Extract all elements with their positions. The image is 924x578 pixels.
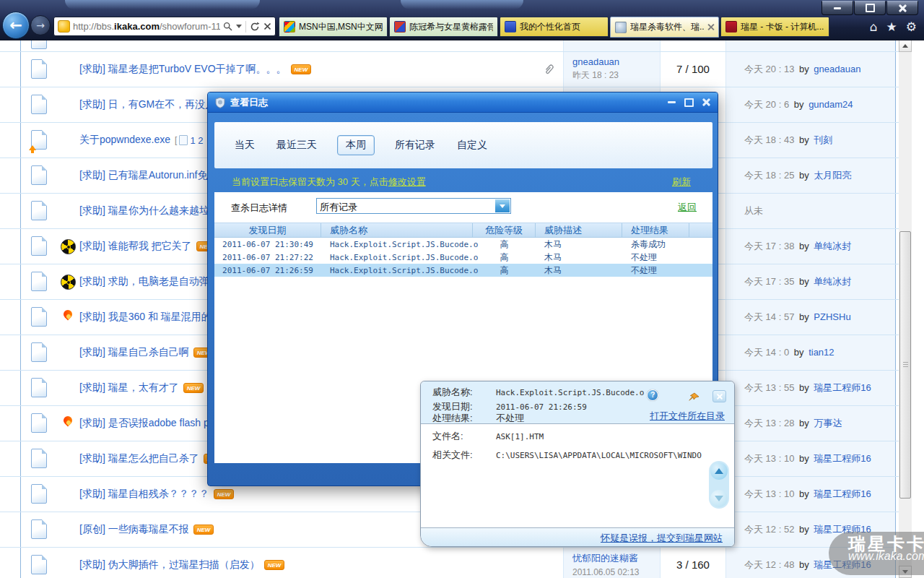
author-link[interactable]: 忧郁阳的迷糊酱 bbox=[572, 552, 660, 565]
thread-title-link[interactable]: [求助] 已有瑞星Autorun.inf免疫 bbox=[79, 169, 217, 182]
thread-title-link[interactable]: [求助] 瑞星你为什么越来越垃圾 bbox=[79, 204, 219, 217]
detail-scroll-up-button[interactable] bbox=[710, 462, 728, 480]
lastpost-user-link[interactable]: gneadauan bbox=[814, 64, 860, 74]
lastpost-user-link[interactable]: PZHSHu bbox=[814, 311, 850, 322]
thread-title-link[interactable]: [求助] 我是360 和 瑞星混用的 bbox=[79, 311, 212, 324]
replies-views bbox=[661, 40, 725, 51]
log-row[interactable]: 2011-06-07 21:27:22Hack.Exploit.Script.J… bbox=[214, 251, 712, 264]
dialog-maximize-icon[interactable] bbox=[684, 98, 694, 107]
detail-scroll-down-button[interactable] bbox=[710, 490, 728, 507]
scrollbar-grip bbox=[903, 362, 908, 368]
table-row: [求助] 伪大脚插件，过瑞星扫描（启发） [ NEW 忧郁阳的迷糊酱 2011.… bbox=[0, 548, 899, 578]
modify-settings-link[interactable]: 修改设置 bbox=[388, 176, 426, 187]
view-log-dialog: 查看日志 当天最近三天本周所有记录自定义 当前设置日志保留天数为 30 天，点击… bbox=[207, 92, 718, 486]
thread-page-icon bbox=[31, 40, 47, 49]
thread-title-link[interactable]: [求助] 瑞星自己杀自己啊 bbox=[79, 346, 189, 359]
window-minimize-button[interactable] bbox=[821, 1, 853, 15]
lastpost-user-link[interactable]: 万事达 bbox=[814, 418, 842, 428]
lastpost-user-link[interactable]: gundam24 bbox=[808, 99, 853, 110]
lastpost-time: 今天 13 : 55 bbox=[744, 382, 794, 393]
lastpost-user-link[interactable]: 瑞星工程师16 bbox=[814, 453, 871, 464]
lastpost-user-link[interactable]: 单纯冰封 bbox=[814, 276, 851, 287]
author-link[interactable]: gneadauan bbox=[572, 56, 660, 67]
thread-page-icon bbox=[31, 555, 47, 574]
lastpost-user-link[interactable]: 瑞星工程师16 bbox=[814, 382, 871, 393]
thread-title-link[interactable]: [求助] 瑞星怎么把自己杀了 bbox=[79, 452, 199, 465]
log-range-tab[interactable]: 所有记录 bbox=[393, 136, 437, 155]
report-false-positive-link[interactable]: 怀疑是误报，提交到瑞星网站 bbox=[601, 532, 723, 543]
log-cell: 木马 bbox=[536, 264, 622, 277]
search-icon[interactable] bbox=[223, 22, 232, 31]
scroll-up-button[interactable] bbox=[899, 40, 912, 52]
thread-page-icon bbox=[31, 342, 47, 362]
lastpost-user-link[interactable]: 太月阳亮 bbox=[814, 170, 851, 181]
thread-title-link[interactable]: [求助] 瑞星，太有才了 bbox=[79, 381, 179, 394]
url-text[interactable]: http://bbs.ikaka.com/showforum-112 bbox=[73, 21, 220, 32]
author-cell: 忧郁阳的迷糊酱 2011.06.05 02:13 bbox=[563, 548, 661, 578]
post-date: 昨天 18 : 23 bbox=[572, 69, 660, 82]
page-scrollbar[interactable] bbox=[899, 40, 912, 578]
related-file-label: 相关文件: bbox=[432, 449, 496, 461]
thread-title-link[interactable]: [求助] 谁能帮我 把它关了 bbox=[79, 240, 192, 253]
pin-icon[interactable] bbox=[688, 392, 702, 404]
thread-title-link[interactable]: [求助] 日，有GM在不，再没人回 bbox=[79, 98, 225, 111]
settings-gear-icon[interactable]: ⚙ bbox=[906, 20, 917, 34]
scrollbar-thumb[interactable] bbox=[899, 231, 911, 499]
thread-page-icon bbox=[31, 236, 47, 256]
down-arrow-icon bbox=[715, 496, 723, 501]
lastpost-user-link[interactable]: 刊刻 bbox=[814, 134, 832, 145]
home-icon[interactable]: ⌂ bbox=[870, 20, 878, 34]
retention-notice: 当前设置日志保留天数为 30 天，点击修改设置 刷新 bbox=[214, 174, 712, 190]
lastpost-user-link[interactable]: 瑞星工程师16 bbox=[814, 488, 871, 499]
open-file-location-link[interactable]: 打开文件所在目录 bbox=[650, 410, 725, 423]
thread-pagination[interactable]: [1 2 bbox=[175, 135, 203, 146]
thread-title-link[interactable]: [求助] 伪大脚插件，过瑞星扫描（启发） bbox=[79, 558, 260, 571]
lastpost-time: 今天 12 : 48 bbox=[744, 559, 794, 570]
browser-tab[interactable]: MSN中国,MSN中文网... bbox=[279, 17, 388, 37]
thread-title-link[interactable]: 关于popwndexe.exe bbox=[79, 134, 170, 147]
browser-tab[interactable]: 瑞星 - 卡饭 - 计算机... bbox=[720, 17, 829, 37]
back-button[interactable]: ← bbox=[2, 12, 30, 39]
record-type-dropdown[interactable]: 所有记录 bbox=[316, 198, 511, 214]
refresh-icon[interactable] bbox=[250, 22, 260, 32]
refresh-link[interactable]: 刷新 bbox=[672, 176, 691, 189]
browser-tab[interactable]: 陈冠希与女星黄榕露骨... bbox=[389, 17, 498, 37]
window-restore-button[interactable] bbox=[854, 1, 886, 15]
lastpost-time: 从未 bbox=[744, 205, 763, 216]
log-range-tab[interactable]: 自定义 bbox=[456, 136, 489, 155]
by-label: by bbox=[799, 524, 809, 535]
log-row[interactable]: 2011-06-07 21:30:49Hack.Exploit.Script.J… bbox=[214, 238, 712, 251]
thread-title-link[interactable]: [求助] 瑞星老是把TurboV EVO干掉了啊。。。 bbox=[79, 63, 287, 76]
lastpost-cell: 从未 bbox=[725, 194, 895, 228]
forward-button[interactable]: → bbox=[30, 15, 51, 35]
browser-tab[interactable]: 我的个性化首页 bbox=[500, 17, 609, 37]
lastpost-user-link[interactable]: tian12 bbox=[808, 347, 834, 358]
thread-title-link[interactable]: [求助] 瑞星自相残杀？？？？ bbox=[79, 488, 209, 501]
by-label: by bbox=[799, 134, 809, 145]
log-range-tab[interactable]: 最近三天 bbox=[275, 136, 318, 155]
lastpost-user-link[interactable]: 单纯冰封 bbox=[814, 241, 851, 251]
back-link[interactable]: 返回 bbox=[678, 201, 697, 214]
popup-close-button[interactable] bbox=[712, 390, 726, 402]
author-cell bbox=[563, 40, 661, 51]
stop-icon[interactable] bbox=[263, 22, 271, 30]
dialog-close-icon[interactable] bbox=[702, 98, 711, 107]
thread-title-link[interactable]: [原创] 一些病毒瑞星不报 bbox=[79, 523, 189, 536]
dialog-titlebar[interactable]: 查看日志 bbox=[208, 92, 718, 113]
chevron-down-icon[interactable] bbox=[236, 25, 242, 28]
new-badge: NEW bbox=[291, 64, 312, 74]
log-range-tab[interactable]: 本周 bbox=[337, 135, 375, 155]
help-icon[interactable]: ? bbox=[647, 389, 658, 401]
window-close-button[interactable] bbox=[886, 1, 918, 15]
log-row[interactable]: 2011-06-07 21:26:59Hack.Exploit.Script.J… bbox=[214, 264, 712, 277]
dropdown-arrow-button[interactable] bbox=[495, 199, 510, 212]
lastpost-time: 今天 12 : 52 bbox=[744, 524, 794, 535]
browser-tab[interactable]: 瑞星杀毒软件、瑞... bbox=[610, 17, 719, 38]
address-bar[interactable]: http://bbs.ikaka.com/showforum-112 bbox=[53, 17, 276, 36]
tab-close-icon[interactable] bbox=[707, 24, 714, 30]
favorites-star-icon[interactable]: ★ bbox=[886, 20, 897, 34]
log-range-tab[interactable]: 当天 bbox=[233, 136, 256, 155]
dialog-minimize-icon[interactable] bbox=[668, 101, 676, 103]
threat-name-value: Hack.Exploit.Script.JS.Bucode.o bbox=[496, 388, 644, 397]
minimize-icon bbox=[834, 7, 841, 9]
